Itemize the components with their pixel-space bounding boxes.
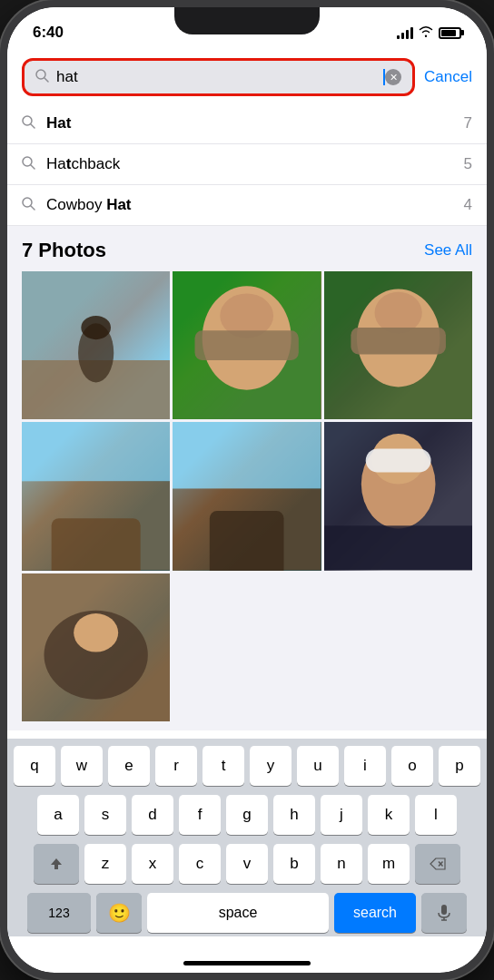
search-input-value: hat xyxy=(56,68,382,86)
signal-bars-icon xyxy=(397,27,413,39)
photo-5[interactable] xyxy=(173,422,321,570)
key-r[interactable]: r xyxy=(155,746,197,786)
photos-grid xyxy=(22,271,472,721)
svg-rect-30 xyxy=(324,526,472,571)
key-z[interactable]: z xyxy=(84,844,126,884)
svg-rect-23 xyxy=(173,422,321,488)
photos-title: 7 Photos xyxy=(22,239,106,262)
search-bar[interactable]: hat ✕ xyxy=(22,58,415,96)
photo-3[interactable] xyxy=(324,271,472,419)
key-o[interactable]: o xyxy=(391,746,433,786)
key-g[interactable]: g xyxy=(226,795,268,835)
shift-key[interactable] xyxy=(34,844,79,884)
search-bar-container: hat ✕ Cancel xyxy=(7,51,487,103)
key-p[interactable]: p xyxy=(439,746,480,786)
key-s[interactable]: s xyxy=(84,795,126,835)
svg-line-5 xyxy=(31,165,35,169)
suggestions-list: Hat 7 Hatchback 5 xyxy=(7,103,487,226)
key-c[interactable]: c xyxy=(179,844,221,884)
search-clear-button[interactable]: ✕ xyxy=(385,69,401,85)
space-key[interactable]: space xyxy=(147,893,329,933)
suggestion-hat[interactable]: Hat 7 xyxy=(7,103,487,144)
status-icons xyxy=(397,25,461,40)
suggestion-search-icon-2 xyxy=(22,156,35,172)
wifi-icon xyxy=(419,25,433,40)
key-v[interactable]: v xyxy=(226,844,268,884)
svg-rect-22 xyxy=(52,518,141,570)
suggestion-hatchback-count: 5 xyxy=(464,155,472,173)
photos-section: 7 Photos See All xyxy=(7,226,487,730)
key-t[interactable]: t xyxy=(203,746,244,786)
key-i[interactable]: i xyxy=(344,746,386,786)
svg-line-1 xyxy=(44,78,48,82)
suggestion-cowboy-hat-count: 4 xyxy=(464,196,472,214)
suggestion-hat-text: Hat xyxy=(46,114,464,132)
key-k[interactable]: k xyxy=(368,795,410,835)
photo-6[interactable] xyxy=(324,422,472,570)
svg-rect-20 xyxy=(22,422,170,481)
photo-4[interactable] xyxy=(22,422,170,570)
svg-point-33 xyxy=(74,613,118,652)
battery-icon xyxy=(439,27,461,39)
key-a[interactable]: a xyxy=(37,795,79,835)
key-d[interactable]: d xyxy=(132,795,173,835)
suggestion-cowboy-hat[interactable]: Cowboy Hat 4 xyxy=(7,185,487,226)
numbers-key[interactable]: 123 xyxy=(27,893,91,933)
key-l[interactable]: l xyxy=(415,795,457,835)
svg-rect-29 xyxy=(365,449,430,473)
svg-point-11 xyxy=(81,316,111,339)
key-j[interactable]: j xyxy=(321,795,362,835)
key-u[interactable]: u xyxy=(297,746,339,786)
emoji-key[interactable]: 🙂 xyxy=(96,893,142,933)
key-h[interactable]: h xyxy=(273,795,315,835)
search-key[interactable]: search xyxy=(334,893,416,933)
notch xyxy=(174,7,320,34)
status-time: 6:40 xyxy=(33,24,64,42)
photo-2[interactable] xyxy=(173,271,321,419)
keyboard-row-4: 123 🙂 space search xyxy=(11,893,483,933)
suggestion-hatchback[interactable]: Hatchback 5 xyxy=(7,144,487,185)
svg-line-3 xyxy=(31,124,35,128)
key-q[interactable]: q xyxy=(14,746,55,786)
phone-frame: 6:40 xyxy=(0,0,494,980)
see-all-button[interactable]: See All xyxy=(424,241,472,260)
key-e[interactable]: e xyxy=(108,746,150,786)
keyboard-row-1: q w e r t y u i o p xyxy=(11,746,483,786)
mic-key[interactable] xyxy=(421,893,467,933)
home-bar xyxy=(183,961,311,965)
suggestion-hat-count: 7 xyxy=(464,114,472,132)
suggestion-search-icon-1 xyxy=(22,115,35,132)
key-m[interactable]: m xyxy=(368,844,410,884)
svg-rect-25 xyxy=(210,511,284,570)
photo-7[interactable] xyxy=(22,573,170,721)
suggestion-hatchback-text: Hatchback xyxy=(46,155,464,173)
suggestion-search-icon-3 xyxy=(22,197,35,213)
svg-rect-19 xyxy=(351,328,446,354)
key-f[interactable]: f xyxy=(179,795,221,835)
photo-1[interactable] xyxy=(22,271,170,419)
keyboard: q w e r t y u i o p a s d f g h j k xyxy=(7,739,487,936)
key-w[interactable]: w xyxy=(61,746,103,786)
key-b[interactable]: b xyxy=(273,844,315,884)
keyboard-row-3: z x c v b n m xyxy=(11,844,483,884)
key-n[interactable]: n xyxy=(321,844,362,884)
key-y[interactable]: y xyxy=(250,746,291,786)
search-icon xyxy=(35,69,49,85)
cancel-button[interactable]: Cancel xyxy=(424,68,472,86)
svg-point-18 xyxy=(374,292,421,334)
key-x[interactable]: x xyxy=(132,844,173,884)
backspace-key[interactable] xyxy=(415,844,460,884)
photos-header: 7 Photos See All xyxy=(22,239,472,262)
svg-rect-15 xyxy=(195,330,299,360)
keyboard-row-2: a s d f g h j k l xyxy=(11,795,483,835)
suggestion-cowboy-hat-text: Cowboy Hat xyxy=(46,196,464,214)
phone-inner: 6:40 xyxy=(7,7,487,973)
svg-line-7 xyxy=(31,206,35,210)
svg-rect-36 xyxy=(441,905,447,915)
